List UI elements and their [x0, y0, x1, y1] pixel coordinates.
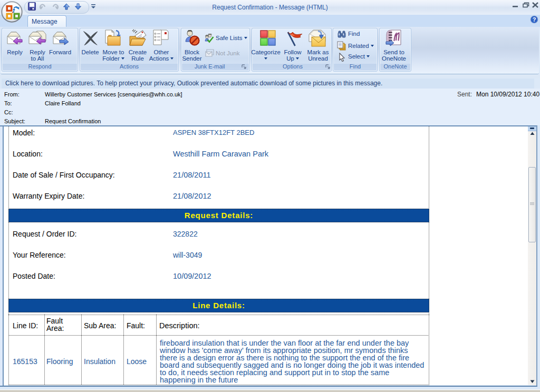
svg-text:?: ? — [533, 16, 536, 23]
